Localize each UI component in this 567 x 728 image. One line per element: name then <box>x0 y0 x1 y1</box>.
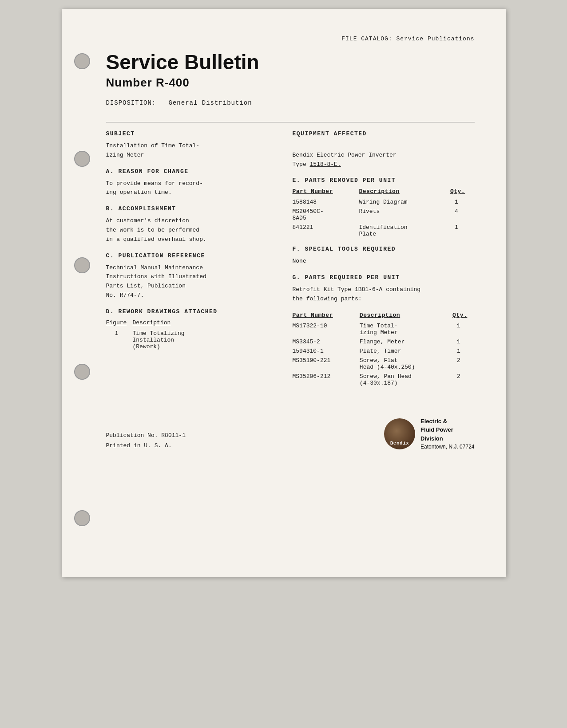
section-a-text: To provide means for record- ing operati… <box>106 179 275 198</box>
printed-in: Printed in U. S. A. <box>106 441 186 451</box>
bendix-logo: Bendix <box>384 418 415 449</box>
figure-number: 1 <box>106 329 133 351</box>
part-number-col-header-g: Part Number <box>293 312 360 321</box>
punch-hole-1 <box>74 53 90 69</box>
part-description: Identification Plate <box>359 223 450 239</box>
qty-col-header-g: Qty. <box>452 312 474 321</box>
part-number: MS35206-212 <box>293 372 360 388</box>
punch-hole-3 <box>74 257 90 273</box>
punch-hole-4 <box>74 364 90 380</box>
section-a: A. REASON FOR CHANGE To provide means fo… <box>106 168 275 198</box>
part-number: 841221 <box>293 223 359 239</box>
part-qty: 2 <box>452 356 474 372</box>
figure-table: Figure Description 1 Time Totalizing Ins… <box>106 319 275 351</box>
section-c: C. PUBLICATION REFERENCE Technical Manua… <box>106 252 275 300</box>
part-description: Screw, Pan Head (4-30x.187) <box>360 372 452 388</box>
part-qty: 1 <box>452 321 474 337</box>
subject-label: SUBJECT <box>106 130 275 137</box>
section-g-intro: Retrofit Kit Type 1B81-6-A containing th… <box>293 285 475 304</box>
section-b: B. ACCOMPLISHMENT At customer's discreti… <box>106 205 275 244</box>
section-b-text: At customer's discretion the work is to … <box>106 216 275 244</box>
footer-left: Publication No. R8011-1 Printed in U. S.… <box>106 430 186 451</box>
subject-text: Installation of Time Total- izing Meter <box>106 142 275 160</box>
parts-required-row: MS35206-212 Screw, Pan Head (4-30x.187) … <box>293 372 475 388</box>
section-f-label: F. SPECIAL TOOLS REQUIRED <box>293 246 475 252</box>
punch-hole-2 <box>74 151 90 167</box>
document-page: FILE CATALOG: Service Publications Servi… <box>62 9 506 577</box>
part-number: MS20450C- 8AD5 <box>293 207 359 223</box>
figure-row: 1 Time Totalizing Installation (Rework) <box>106 329 275 351</box>
section-f-text: None <box>293 257 475 266</box>
section-a-label: A. REASON FOR CHANGE <box>106 168 275 175</box>
part-number: MS17322-10 <box>293 321 360 337</box>
part-number: MS35190-221 <box>293 356 360 372</box>
part-number: 1594310-1 <box>293 346 360 356</box>
parts-required-row: 1594310-1 Plate, Timer 1 <box>293 346 475 356</box>
document-title: Service Bulletin <box>106 50 475 74</box>
main-content: SUBJECT Installation of Time Total- izin… <box>106 130 475 395</box>
left-column: SUBJECT Installation of Time Total- izin… <box>106 130 275 395</box>
section-e: E. PARTS REMOVED PER UNIT Part Number De… <box>293 177 475 239</box>
bulletin-number: Number R-400 <box>106 76 475 90</box>
part-qty: 1 <box>450 223 475 239</box>
section-g: G. PARTS REQUIRED PER UNIT Retrofit Kit … <box>293 274 475 388</box>
section-g-label: G. PARTS REQUIRED PER UNIT <box>293 274 475 281</box>
part-qty: 2 <box>452 372 474 388</box>
disposition: DISPOSITION: General Distribution <box>106 99 475 106</box>
figure-col-header: Figure <box>106 319 133 329</box>
part-description: Plate, Timer <box>360 346 452 356</box>
parts-required-row: MS3345-2 Flange, Meter 1 <box>293 337 475 346</box>
bendix-logo-text: Bendix <box>390 441 409 446</box>
part-description: Rivets <box>359 207 450 223</box>
right-column: EQUIPMENT AFFECTED Bendix Electric Power… <box>293 130 475 395</box>
parts-required-row: MS17322-10 Time Total- izing Meter 1 <box>293 321 475 337</box>
figure-description: Time Totalizing Installation (Rework) <box>133 329 275 351</box>
part-description: Wiring Diagram <box>359 197 450 207</box>
parts-required-row: MS35190-221 Screw, Flat Head (4-40x.250)… <box>293 356 475 372</box>
section-d-label: D. REWORK DRAWINGS ATTACHED <box>106 308 275 315</box>
section-b-label: B. ACCOMPLISHMENT <box>106 205 275 212</box>
company-info: Electric &Fluid PowerDivision Eatontown,… <box>420 417 474 451</box>
parts-removed-row: 841221 Identification Plate 1 <box>293 223 475 239</box>
parts-removed-table: Part Number Description Qty. 1588148 Wir… <box>293 188 475 239</box>
footer: Publication No. R8011-1 Printed in U. S.… <box>106 417 475 451</box>
part-qty: 1 <box>450 197 475 207</box>
part-number: 1588148 <box>293 197 359 207</box>
company-division: Electric &Fluid PowerDivision <box>420 417 474 443</box>
subject-section: SUBJECT Installation of Time Total- izin… <box>106 130 275 160</box>
equipment-affected-section: EQUIPMENT AFFECTED Bendix Electric Power… <box>293 130 475 169</box>
section-e-label: E. PARTS REMOVED PER UNIT <box>293 177 475 184</box>
part-description: Time Total- izing Meter <box>360 321 452 337</box>
parts-removed-row: 1588148 Wiring Diagram 1 <box>293 197 475 207</box>
section-c-label: C. PUBLICATION REFERENCE <box>106 252 275 259</box>
equipment-type: 1518-8-E. <box>310 161 341 168</box>
file-catalog: FILE CATALOG: Service Publications <box>106 35 475 42</box>
publication-number: Publication No. R8011-1 <box>106 430 186 441</box>
description-col-header-e: Description <box>359 188 450 197</box>
divider <box>106 122 475 122</box>
part-description: Flange, Meter <box>360 337 452 346</box>
equipment-affected-text: Bendix Electric Power InverterType 1518-… <box>293 142 475 169</box>
footer-right: Bendix Electric &Fluid PowerDivision Eat… <box>384 417 474 451</box>
section-d: D. REWORK DRAWINGS ATTACHED Figure Descr… <box>106 308 275 351</box>
parts-removed-row: MS20450C- 8AD5 Rivets 4 <box>293 207 475 223</box>
equipment-affected-label: EQUIPMENT AFFECTED <box>293 130 475 137</box>
punch-hole-5 <box>74 510 90 526</box>
description-col-header: Description <box>133 319 275 329</box>
disposition-label: DISPOSITION: <box>106 99 156 106</box>
part-qty: 1 <box>452 337 474 346</box>
description-col-header-g: Description <box>360 312 452 321</box>
part-number-col-header: Part Number <box>293 188 359 197</box>
section-f: F. SPECIAL TOOLS REQUIRED None <box>293 246 475 266</box>
qty-col-header-e: Qty. <box>450 188 475 197</box>
parts-required-table: Part Number Description Qty. MS17322-10 … <box>293 312 475 388</box>
part-number: MS3345-2 <box>293 337 360 346</box>
part-description: Screw, Flat Head (4-40x.250) <box>360 356 452 372</box>
section-c-text: Technical Manual Maintenance Instruction… <box>106 264 275 300</box>
part-qty: 1 <box>452 346 474 356</box>
part-qty: 4 <box>450 207 475 223</box>
company-address: Eatontown, N.J. 07724 <box>420 443 474 451</box>
disposition-value: General Distribution <box>169 99 252 106</box>
